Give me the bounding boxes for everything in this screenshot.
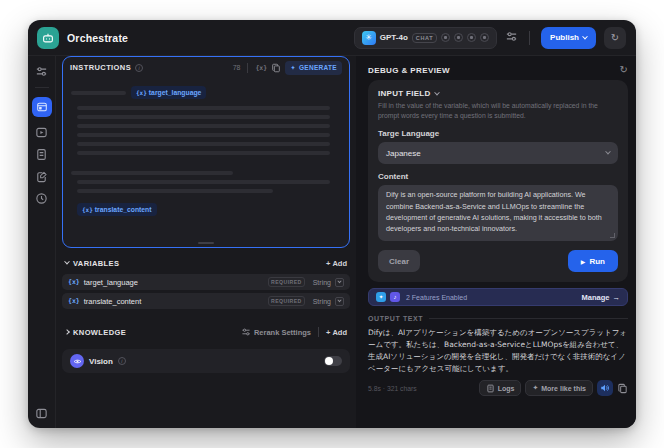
copy-icon[interactable] bbox=[617, 383, 628, 394]
rail-orchestrate-tab[interactable] bbox=[32, 97, 52, 117]
required-badge: REQUIRED bbox=[268, 277, 305, 287]
variables-title: VARIABLES bbox=[73, 259, 119, 268]
output-text: Difyは、AIアプリケーションを構築するためのオープンソースプラットフォームで… bbox=[368, 327, 628, 375]
logs-button[interactable]: Logs bbox=[479, 380, 522, 396]
version-history-button[interactable]: ↻ bbox=[604, 27, 626, 49]
action-button-row: Clear ▶ Run bbox=[378, 250, 618, 272]
output-header-line bbox=[429, 318, 628, 319]
model-params-icon[interactable] bbox=[505, 29, 518, 47]
content-label: Content bbox=[378, 172, 618, 181]
target-language-select[interactable]: Japanese bbox=[378, 142, 618, 164]
instructions-body[interactable]: {x} target_language {x} bbox=[63, 78, 349, 247]
insert-variable-icon[interactable]: {x} bbox=[255, 64, 267, 72]
output-footer: 5.8s · 321 chars Logs ✦ More like this bbox=[368, 380, 628, 396]
features-enabled-text: 2 Features Enabled bbox=[406, 294, 467, 301]
variable-row[interactable]: {x} target_language REQUIRED String bbox=[62, 274, 350, 290]
arrow-right-icon: → bbox=[613, 293, 621, 302]
text-to-speech-button[interactable] bbox=[597, 380, 613, 396]
variables-section-header[interactable]: VARIABLES + Add bbox=[62, 252, 350, 274]
char-count: 78 bbox=[233, 64, 241, 71]
feature-icon: ♪ bbox=[390, 292, 400, 302]
vision-toggle[interactable] bbox=[324, 356, 342, 366]
app-body: INSTRUCTIONS i 78 {x} ✦ GENERATE bbox=[28, 56, 636, 428]
chevron-down-icon bbox=[605, 149, 611, 155]
restart-icon[interactable]: ↻ bbox=[620, 65, 628, 75]
input-field-header[interactable]: INPUT FIELD bbox=[378, 89, 618, 98]
resize-corner-icon[interactable] bbox=[610, 233, 615, 238]
prompt-text-skeleton bbox=[77, 124, 330, 128]
copy-icon[interactable] bbox=[271, 63, 281, 73]
variable-type-selector-icon[interactable] bbox=[335, 297, 344, 306]
capability-icon bbox=[480, 33, 489, 42]
publish-button[interactable]: Publish bbox=[541, 27, 596, 49]
app-window: Orchestrate ✳ GPT-4o CHAT Publish ↻ bbox=[28, 20, 636, 428]
vision-feature-row: Vision i bbox=[62, 349, 350, 373]
debug-title: DEBUG & PREVIEW bbox=[368, 66, 450, 75]
output-stats: 5.8s · 321 chars bbox=[368, 385, 417, 392]
manage-features-button[interactable]: Manage → bbox=[582, 293, 620, 302]
prompt-text-skeleton bbox=[71, 171, 233, 175]
content-textarea[interactable]: Dify is an open-source platform for buil… bbox=[378, 185, 618, 241]
variable-token-icon: {x} bbox=[68, 278, 80, 286]
editor-resize-handle[interactable] bbox=[198, 242, 214, 244]
variable-type-selector-icon[interactable] bbox=[335, 278, 344, 287]
model-name: GPT-4o bbox=[380, 33, 408, 42]
run-button[interactable]: ▶ Run bbox=[568, 250, 618, 272]
variable-name: translate_content bbox=[84, 297, 142, 306]
prompt-text-skeleton bbox=[77, 189, 273, 193]
prompt-text-skeleton bbox=[71, 91, 126, 95]
prompt-text-skeleton bbox=[77, 180, 330, 184]
more-like-this-button[interactable]: ✦ More like this bbox=[525, 380, 593, 396]
output-title: OUTPUT TEXT bbox=[368, 315, 423, 322]
input-field-card: INPUT FIELD Fill in the value of the var… bbox=[368, 80, 628, 282]
output-section-header: OUTPUT TEXT bbox=[368, 315, 628, 322]
features-enabled-bar[interactable]: ✦ ♪ 2 Features Enabled Manage → bbox=[368, 288, 628, 306]
feature-icon: ✦ bbox=[376, 292, 386, 302]
knowledge-section-header[interactable]: KNOWLEDGE Rerank Settings + Add bbox=[62, 321, 350, 343]
model-provider-icon: ✳ bbox=[362, 31, 376, 45]
clear-button[interactable]: Clear bbox=[378, 250, 420, 272]
variable-name: target_language bbox=[84, 278, 138, 287]
variable-type: String bbox=[313, 298, 331, 305]
rail-logs-icon[interactable] bbox=[35, 148, 48, 161]
eye-icon bbox=[70, 354, 84, 368]
instructions-header: INSTRUCTIONS i 78 {x} ✦ GENERATE bbox=[63, 57, 349, 78]
chevron-down-icon bbox=[434, 89, 440, 95]
add-variable-button[interactable]: + Add bbox=[326, 259, 347, 268]
info-icon[interactable]: i bbox=[135, 64, 143, 72]
sparkle-icon: ✦ bbox=[532, 384, 538, 392]
rail-divider bbox=[35, 87, 49, 88]
chevron-right-icon bbox=[64, 329, 70, 335]
capability-icon bbox=[467, 33, 476, 42]
generate-button[interactable]: ✦ GENERATE bbox=[285, 61, 342, 75]
header-divider bbox=[529, 31, 530, 45]
page-title: Orchestrate bbox=[67, 32, 128, 44]
input-field-title: INPUT FIELD bbox=[378, 89, 431, 98]
target-language-label: Targe Language bbox=[378, 129, 618, 138]
knowledge-divider bbox=[318, 327, 319, 337]
info-icon[interactable]: i bbox=[118, 357, 126, 365]
rail-collapse-panel-icon[interactable] bbox=[35, 407, 48, 420]
knowledge-title: KNOWLEDGE bbox=[73, 328, 126, 337]
sparkle-icon: ✦ bbox=[290, 64, 296, 72]
chevron-down-icon bbox=[64, 259, 70, 265]
capability-icon bbox=[441, 33, 450, 42]
model-selector[interactable]: ✳ GPT-4o CHAT bbox=[354, 27, 497, 49]
model-mode-badge: CHAT bbox=[412, 33, 437, 43]
instructions-title: INSTRUCTIONS bbox=[70, 63, 131, 72]
variable-type: String bbox=[313, 279, 331, 286]
rail-preview-icon[interactable] bbox=[35, 126, 48, 139]
add-knowledge-button[interactable]: + Add bbox=[326, 328, 347, 337]
rerank-settings-button[interactable]: Rerank Settings bbox=[241, 327, 311, 337]
orchestrate-panel: INSTRUCTIONS i 78 {x} ✦ GENERATE bbox=[56, 56, 356, 428]
app-header: Orchestrate ✳ GPT-4o CHAT Publish ↻ bbox=[28, 20, 636, 56]
variable-row[interactable]: {x} translate_content REQUIRED String bbox=[62, 293, 350, 309]
prompt-text-skeleton bbox=[77, 142, 330, 146]
variable-chip: {x} target_language bbox=[131, 86, 206, 99]
rail-settings-sliders-icon[interactable] bbox=[35, 65, 48, 78]
rail-history-icon[interactable] bbox=[35, 192, 48, 205]
instructions-editor[interactable]: INSTRUCTIONS i 78 {x} ✦ GENERATE bbox=[62, 56, 350, 248]
debug-preview-panel: DEBUG & PREVIEW ↻ INPUT FIELD Fill in th… bbox=[356, 56, 636, 428]
plus-icon: + bbox=[326, 328, 330, 337]
rail-annotation-icon[interactable] bbox=[35, 170, 48, 183]
